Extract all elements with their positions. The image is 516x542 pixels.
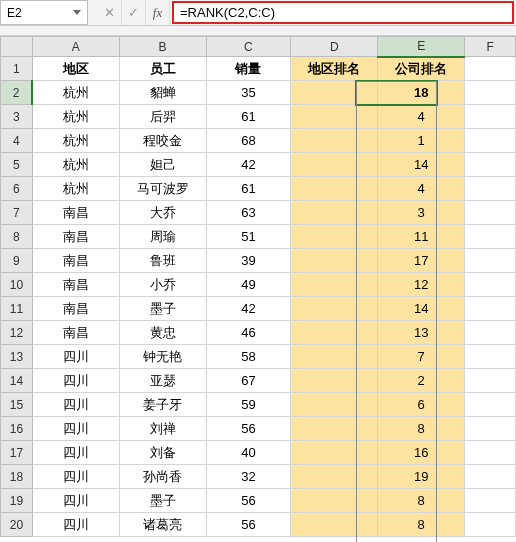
chevron-down-icon[interactable] [73, 10, 81, 15]
cell[interactable]: 南昌 [32, 321, 119, 345]
cell[interactable] [291, 273, 378, 297]
cell[interactable]: 地区排名 [291, 57, 378, 81]
cell[interactable]: 杭州 [32, 81, 119, 105]
row-header[interactable]: 19 [1, 489, 33, 513]
row-header[interactable]: 14 [1, 369, 33, 393]
cell[interactable]: 42 [206, 153, 291, 177]
cell[interactable] [465, 345, 516, 369]
cell[interactable] [465, 57, 516, 81]
cell[interactable]: 18 [378, 81, 465, 105]
cell[interactable]: 11 [378, 225, 465, 249]
cell[interactable]: 员工 [119, 57, 206, 81]
cell[interactable]: 后羿 [119, 105, 206, 129]
cell[interactable]: 黄忠 [119, 321, 206, 345]
cell[interactable]: 貂蝉 [119, 81, 206, 105]
row-header[interactable]: 7 [1, 201, 33, 225]
cell[interactable] [465, 393, 516, 417]
row-header[interactable]: 12 [1, 321, 33, 345]
select-all-corner[interactable] [1, 37, 33, 57]
cell[interactable] [291, 321, 378, 345]
cell[interactable] [465, 201, 516, 225]
cell[interactable] [291, 129, 378, 153]
fx-icon[interactable]: fx [146, 0, 170, 25]
cell[interactable]: 四川 [32, 465, 119, 489]
cell[interactable]: 16 [378, 441, 465, 465]
cell[interactable] [291, 177, 378, 201]
cell[interactable] [465, 441, 516, 465]
cell[interactable] [291, 81, 378, 105]
cell[interactable]: 杭州 [32, 177, 119, 201]
cell[interactable]: 6 [378, 393, 465, 417]
cell[interactable]: 公司排名 [378, 57, 465, 81]
cell[interactable]: 南昌 [32, 249, 119, 273]
cell[interactable] [465, 153, 516, 177]
row-header[interactable]: 20 [1, 513, 33, 537]
cell[interactable]: 40 [206, 441, 291, 465]
cell[interactable] [291, 417, 378, 441]
cell[interactable]: 南昌 [32, 225, 119, 249]
cell[interactable]: 南昌 [32, 297, 119, 321]
col-header-E[interactable]: E [378, 37, 465, 57]
cell[interactable]: 南昌 [32, 201, 119, 225]
cell[interactable]: 58 [206, 345, 291, 369]
cell[interactable]: 51 [206, 225, 291, 249]
row-header[interactable]: 9 [1, 249, 33, 273]
cell[interactable]: 2 [378, 369, 465, 393]
cell[interactable]: 61 [206, 105, 291, 129]
row-header[interactable]: 3 [1, 105, 33, 129]
cell[interactable]: 杭州 [32, 129, 119, 153]
row-header[interactable]: 11 [1, 297, 33, 321]
cell[interactable]: 孙尚香 [119, 465, 206, 489]
row-header[interactable]: 1 [1, 57, 33, 81]
row-header[interactable]: 6 [1, 177, 33, 201]
cell[interactable]: 56 [206, 489, 291, 513]
cell[interactable]: 程咬金 [119, 129, 206, 153]
cell[interactable]: 南昌 [32, 273, 119, 297]
cell[interactable] [291, 249, 378, 273]
cell[interactable]: 地区 [32, 57, 119, 81]
cell[interactable]: 61 [206, 177, 291, 201]
cell[interactable]: 56 [206, 513, 291, 537]
cell[interactable] [465, 249, 516, 273]
cell[interactable]: 8 [378, 489, 465, 513]
cell[interactable] [291, 489, 378, 513]
cell[interactable] [291, 153, 378, 177]
cell[interactable] [291, 297, 378, 321]
cell[interactable]: 四川 [32, 345, 119, 369]
row-header[interactable]: 10 [1, 273, 33, 297]
cell[interactable] [465, 321, 516, 345]
cell[interactable]: 4 [378, 177, 465, 201]
cell[interactable] [291, 393, 378, 417]
cell[interactable] [465, 369, 516, 393]
cell[interactable] [291, 465, 378, 489]
cell[interactable]: 42 [206, 297, 291, 321]
row-header[interactable]: 16 [1, 417, 33, 441]
cell[interactable]: 59 [206, 393, 291, 417]
cell[interactable]: 墨子 [119, 297, 206, 321]
cell[interactable]: 14 [378, 153, 465, 177]
cell[interactable] [465, 489, 516, 513]
name-box[interactable]: E2 [0, 0, 88, 25]
cell[interactable] [291, 345, 378, 369]
cell[interactable]: 39 [206, 249, 291, 273]
cell[interactable]: 12 [378, 273, 465, 297]
cell[interactable]: 大乔 [119, 201, 206, 225]
cell[interactable]: 墨子 [119, 489, 206, 513]
cell[interactable]: 姜子牙 [119, 393, 206, 417]
cell[interactable]: 1 [378, 129, 465, 153]
cell[interactable] [465, 417, 516, 441]
cell[interactable]: 四川 [32, 417, 119, 441]
cell[interactable]: 刘备 [119, 441, 206, 465]
cell[interactable] [465, 225, 516, 249]
row-header[interactable]: 17 [1, 441, 33, 465]
cell[interactable]: 四川 [32, 393, 119, 417]
cell[interactable]: 四川 [32, 513, 119, 537]
cell[interactable]: 7 [378, 345, 465, 369]
cell[interactable] [291, 513, 378, 537]
cell[interactable]: 8 [378, 513, 465, 537]
cell[interactable] [465, 513, 516, 537]
cell[interactable]: 35 [206, 81, 291, 105]
cell[interactable] [465, 297, 516, 321]
cell[interactable]: 四川 [32, 441, 119, 465]
row-header[interactable]: 4 [1, 129, 33, 153]
